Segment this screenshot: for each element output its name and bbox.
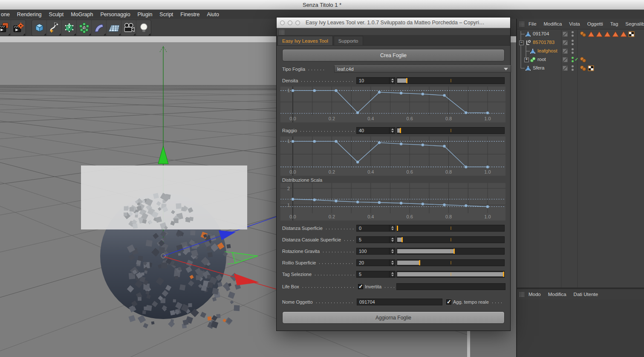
object-row-85701783[interactable]: −85701783	[517, 38, 644, 47]
distanza_casuale_superficie-slider[interactable]	[396, 236, 505, 243]
dialog-grip-icon[interactable]	[279, 29, 285, 35]
layer-chip-icon[interactable]	[563, 66, 568, 71]
visibility-dot-top[interactable]	[572, 31, 574, 33]
distanza_casuale_superficie-field[interactable]: 5	[356, 236, 396, 243]
tag_selezione-field[interactable]: 5	[356, 271, 396, 278]
minimize-icon[interactable]	[288, 20, 292, 25]
rotazione_gravita-slider[interactable]	[396, 248, 505, 255]
uvw-tag-icon[interactable]	[628, 31, 635, 37]
om-menu-file[interactable]: File	[528, 21, 537, 26]
selection-tag-icon[interactable]	[588, 31, 595, 37]
render-view-button[interactable]	[0, 20, 11, 36]
am-menu-modo[interactable]: Modo	[528, 292, 541, 297]
object-row-091704[interactable]: 091704	[517, 30, 644, 38]
collapse-icon[interactable]: −	[519, 41, 524, 45]
selection-tag-icon[interactable]	[596, 31, 603, 37]
window-titlebar[interactable]: Senza Titolo 1 *	[0, 0, 644, 10]
floor-grid-button[interactable]	[107, 20, 121, 36]
phong-tag-icon[interactable]	[580, 65, 586, 71]
am-menu-dati-utente[interactable]: Dati Utente	[574, 292, 598, 297]
tag_selezione-stepper[interactable]	[389, 271, 395, 277]
aggiorna-foglie-button[interactable]: Aggiorna Foglie	[282, 311, 505, 324]
crea-foglie-button[interactable]: Crea Foglie	[282, 49, 505, 61]
deformer-button[interactable]	[92, 20, 107, 36]
menu-item-one[interactable]: one	[1, 12, 10, 17]
phong-tag-icon[interactable]	[580, 57, 586, 63]
raggio-slider[interactable]	[396, 127, 505, 134]
selection-tag-icon[interactable]	[612, 31, 619, 37]
object-row-root[interactable]: +root✓	[517, 55, 644, 64]
object-row-sfera[interactable]: Sfera	[517, 64, 644, 73]
selection-tag-icon[interactable]	[620, 31, 627, 37]
menu-item-personaggio[interactable]: Personaggio	[100, 12, 130, 17]
selection-tag-icon[interactable]	[604, 31, 611, 37]
densita-spline[interactable]: 0.00.20.40.60.81.01	[280, 87, 505, 122]
om-menu-segnalibri[interactable]: Segnalibri	[625, 21, 644, 26]
dialog-titlebar[interactable]: Easy Ivy Leaves Tool ver. 1.0.7 Sviluppa…	[277, 17, 510, 28]
rollio_superficie-field[interactable]: 20	[356, 259, 396, 266]
make-editable-button[interactable]	[62, 20, 77, 36]
rollio_superficie-stepper[interactable]	[389, 260, 395, 266]
spline-graph-raggio-spline[interactable]: 0.00.20.40.60.81.01	[280, 136, 505, 177]
raggio-field[interactable]: 40	[356, 127, 396, 134]
uvw-tag-icon[interactable]	[588, 65, 594, 71]
am-menu-modifica[interactable]: Modifica	[548, 292, 566, 297]
visibility-dot-top[interactable]	[572, 65, 574, 67]
light-button[interactable]	[136, 20, 151, 36]
expand-icon[interactable]: +	[524, 58, 529, 62]
spline-graph-densita-spline[interactable]: 0.00.20.40.60.81.01	[280, 87, 505, 123]
densita-slider[interactable]	[396, 77, 505, 84]
visibility-dot-bottom[interactable]	[572, 60, 574, 62]
distanza_superficie-stepper[interactable]	[389, 225, 395, 231]
tag_selezione-slider[interactable]	[396, 271, 505, 278]
rotazione_gravita-field[interactable]: 100	[356, 248, 396, 255]
array-object-button[interactable]	[77, 20, 92, 36]
zoom-icon[interactable]	[295, 20, 300, 25]
visibility-dot-top[interactable]	[572, 57, 574, 59]
layer-chip-icon[interactable]	[563, 49, 568, 54]
spline-pen-button[interactable]	[47, 20, 62, 36]
raggio-spline[interactable]: 0.00.20.40.60.81.01	[280, 136, 505, 176]
layer-chip-icon[interactable]	[563, 32, 568, 37]
menu-item-mograph[interactable]: MoGraph	[71, 12, 93, 17]
visibility-dot-bottom[interactable]	[572, 69, 574, 71]
om-menu-vista[interactable]: Vista	[569, 21, 580, 26]
om-menu-modifica[interactable]: Modifica	[544, 21, 562, 26]
tab-easy-ivy-leaves-tool[interactable]: Easy Ivy Leaves Tool	[277, 36, 333, 45]
life-box-field[interactable]	[396, 283, 505, 290]
raggio-stepper[interactable]	[389, 128, 395, 134]
distanza_casuale_superficie-stepper[interactable]	[389, 237, 395, 243]
camera-button[interactable]	[121, 20, 136, 36]
spline-graph-distribuzione-scala-spline[interactable]: 0.00.20.40.60.81.021	[280, 183, 505, 221]
panel-grip-icon[interactable]	[519, 21, 525, 26]
invertita-checkbox[interactable]	[358, 284, 363, 289]
rollio_superficie-slider[interactable]	[396, 259, 505, 266]
nome-oggetto-field[interactable]: 091704	[357, 299, 442, 305]
menu-item-finestre[interactable]: Finestre	[180, 12, 199, 17]
om-menu-tag[interactable]: Tag	[610, 21, 618, 26]
visibility-dot-top[interactable]	[572, 40, 574, 42]
object-row-leafghost[interactable]: leafghost	[517, 47, 644, 55]
visibility-dot-bottom[interactable]	[572, 52, 574, 54]
distanza_superficie-slider[interactable]	[396, 225, 505, 232]
densita-field[interactable]: 10	[356, 77, 396, 84]
agg-tempo-reale-checkbox[interactable]	[446, 299, 451, 305]
densita-stepper[interactable]	[389, 78, 395, 84]
render-settings-button[interactable]	[11, 20, 26, 36]
tab-supporto[interactable]: Supporto	[334, 36, 363, 45]
rotazione_gravita-stepper[interactable]	[389, 248, 395, 254]
visibility-dot-bottom[interactable]	[572, 43, 574, 45]
tipo-foglia-dropdown[interactable]: leaf.c4d	[334, 65, 511, 73]
menu-item-sculpt[interactable]: Sculpt	[49, 12, 64, 17]
visibility-dot-top[interactable]	[572, 48, 574, 50]
menu-item-rendering[interactable]: Rendering	[17, 12, 42, 17]
om-menu-oggetti[interactable]: Oggetti	[587, 21, 603, 26]
menu-item-aiuto[interactable]: Aiuto	[207, 12, 219, 17]
distanza_superficie-field[interactable]: 0	[356, 225, 396, 232]
layer-chip-icon[interactable]	[563, 40, 568, 45]
add-cube-button[interactable]	[32, 20, 47, 36]
menu-item-plugin[interactable]: Plugin	[138, 12, 153, 17]
distribuzione-scala-spline[interactable]: 0.00.20.40.60.81.021	[280, 183, 505, 221]
layer-chip-icon[interactable]	[563, 57, 568, 62]
panel-grip-icon[interactable]	[519, 292, 525, 297]
